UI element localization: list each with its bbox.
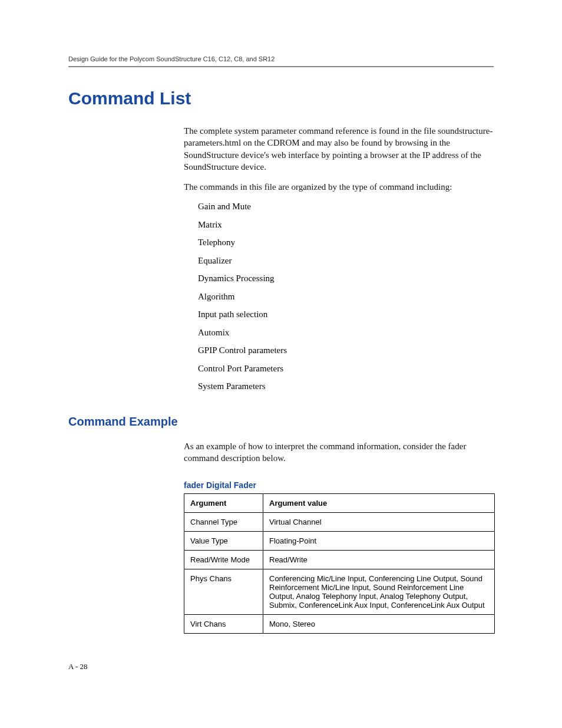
list-item: GPIP Control parameters <box>198 345 494 357</box>
table-cell: Value Type <box>184 532 263 551</box>
table-cell: Floating-Point <box>263 532 495 551</box>
example-paragraph: As an example of how to interpret the co… <box>184 440 494 465</box>
command-table: Argument Argument value Channel Type Vir… <box>184 493 495 634</box>
table-row: Channel Type Virtual Channel <box>184 513 495 532</box>
table-cell: Conferencing Mic/Line Input, Conferencin… <box>263 569 495 615</box>
table-cell: Channel Type <box>184 513 263 532</box>
table-cell: Virt Chans <box>184 615 263 634</box>
table-cell: Virtual Channel <box>263 513 495 532</box>
command-type-list: Gain and Mute Matrix Telephony Equalizer… <box>198 201 494 393</box>
table-row: Read/Write Mode Read/Write <box>184 551 495 569</box>
list-item: Automix <box>198 327 494 339</box>
running-header: Design Guide for the Polycom SoundStruct… <box>68 55 494 67</box>
table-header-argument: Argument <box>184 494 263 513</box>
table-row: Value Type Floating-Point <box>184 532 495 551</box>
table-row: Phys Chans Conferencing Mic/Line Input, … <box>184 569 495 615</box>
list-item: Input path selection <box>198 309 494 321</box>
table-header-argument-value: Argument value <box>263 494 495 513</box>
page-number: A - 28 <box>68 662 88 671</box>
table-title: fader Digital Fader <box>184 480 494 490</box>
list-item: Algorithm <box>198 291 494 303</box>
list-item: Matrix <box>198 219 494 231</box>
list-item: Equalizer <box>198 255 494 267</box>
list-item: System Parameters <box>198 381 494 393</box>
table-cell: Mono, Stereo <box>263 615 495 634</box>
table-cell: Phys Chans <box>184 569 263 615</box>
list-item: Dynamics Processing <box>198 273 494 285</box>
section-heading-command-example: Command Example <box>68 415 494 429</box>
intro-paragraph-1: The complete system parameter command re… <box>184 125 494 173</box>
list-item: Control Port Parameters <box>198 363 494 375</box>
page-title: Command List <box>68 88 494 108</box>
list-item: Gain and Mute <box>198 201 494 213</box>
table-cell: Read/Write Mode <box>184 551 263 569</box>
table-cell: Read/Write <box>263 551 495 569</box>
table-row: Virt Chans Mono, Stereo <box>184 615 495 634</box>
list-item: Telephony <box>198 237 494 249</box>
intro-paragraph-2: The commands in this file are organized … <box>184 181 494 193</box>
